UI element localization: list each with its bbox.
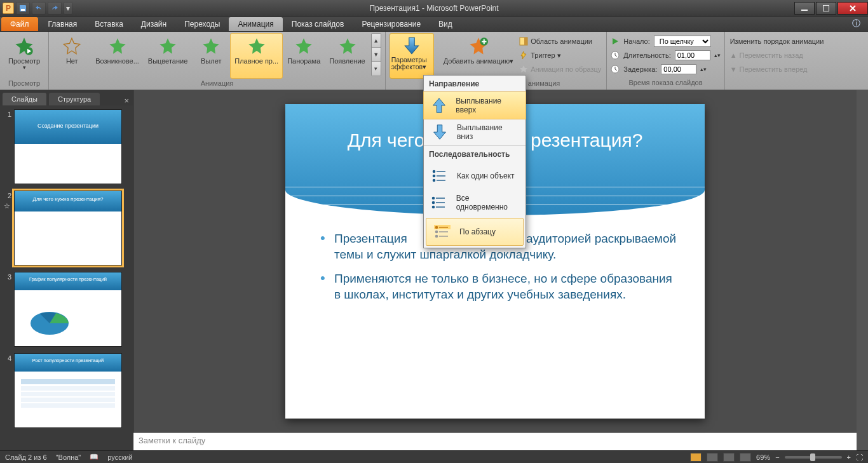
anim-wipe[interactable]: Появление: [325, 33, 369, 79]
anim-split[interactable]: Панорама: [283, 33, 325, 79]
thumbnail-4[interactable]: Рост популярности презентаций: [14, 353, 122, 428]
move-earlier-button[interactable]: ▲ Переместить назад: [729, 49, 804, 62]
duration-input[interactable]: [675, 50, 710, 60]
file-tab[interactable]: Файл: [1, 17, 38, 31]
ribbon-group-animation: Нет Возникнове... Выцветание Вылет Плавн…: [49, 32, 386, 90]
tab-home[interactable]: Главная: [39, 17, 86, 31]
ribbon-tabs: Файл Главная Вставка Дизайн Переходы Ани…: [0, 17, 868, 32]
maximize-button[interactable]: [816, 2, 836, 15]
tab-view[interactable]: Вид: [430, 17, 461, 31]
start-field: Начало: По щелчку: [611, 35, 710, 48]
view-reading[interactable]: [723, 453, 735, 462]
qat-undo-button[interactable]: [32, 2, 46, 15]
thumbnail-1[interactable]: Создание презентации: [14, 109, 122, 184]
zoom-slider[interactable]: [785, 456, 842, 459]
status-spelling-icon[interactable]: 📖: [90, 453, 98, 461]
tab-insert[interactable]: Вставка: [86, 17, 132, 31]
gallery-scroll: ▲ ▼ ▾: [371, 33, 381, 76]
popup-section-direction: Направление: [424, 76, 526, 92]
arrow-down-icon: [429, 123, 451, 142]
option-all-at-once[interactable]: Все одновременно: [424, 189, 526, 216]
minimize-button[interactable]: [794, 2, 815, 15]
help-button[interactable]: ⓘ: [848, 16, 864, 31]
slide-panel: Слайды Структура × 1 Создание презентаци…: [0, 90, 133, 450]
list-icon: [429, 193, 450, 212]
option-float-down[interactable]: Выплывание вниз: [424, 119, 526, 145]
anim-floatin[interactable]: Плавное пр...: [230, 33, 283, 79]
zoom-label: 69%: [756, 453, 770, 461]
qat-customize-button[interactable]: ▾: [64, 2, 72, 15]
lightning-icon: [519, 51, 528, 60]
group-caption: Время показа слайдов: [611, 78, 720, 88]
view-normal[interactable]: [690, 453, 702, 462]
tab-transitions[interactable]: Переходы: [175, 17, 229, 31]
view-slideshow[interactable]: [740, 453, 751, 462]
tab-review[interactable]: Рецензирование: [353, 17, 430, 31]
view-sorter[interactable]: [707, 453, 718, 462]
fit-to-window[interactable]: ⛶: [856, 453, 863, 461]
svg-marker-19: [613, 38, 618, 44]
popup-section-sequence: Последовательность: [424, 145, 526, 163]
panel-close[interactable]: ×: [124, 96, 129, 105]
gallery-more[interactable]: ▾: [372, 62, 381, 76]
svg-marker-17: [521, 51, 526, 59]
anim-appear[interactable]: Возникнове...: [91, 33, 144, 79]
arrow-up-icon: [429, 96, 449, 115]
panel-tab-slides[interactable]: Слайды: [3, 93, 46, 105]
clock-icon: [611, 51, 620, 60]
svg-rect-16: [524, 37, 527, 45]
start-dropdown[interactable]: По щелчку: [654, 36, 711, 47]
animation-pane-button[interactable]: Область анимации: [518, 35, 602, 48]
option-float-up[interactable]: Выплывание вверх: [423, 91, 526, 119]
svg-point-30: [433, 201, 435, 203]
star-plus-icon: [468, 36, 489, 57]
group-caption: Просмотр: [4, 79, 44, 88]
list-icon: [429, 166, 451, 185]
bullet-2: Применяются не только в бизнесе, но и сф…: [320, 271, 679, 302]
panel-tabs: Слайды Структура ×: [0, 90, 133, 105]
window-title: Презентация1 - Microsoft PowerPoint: [75, 4, 793, 13]
panel-tab-outline[interactable]: Структура: [49, 93, 100, 105]
gallery-down[interactable]: ▼: [372, 48, 381, 62]
svg-marker-12: [339, 38, 356, 53]
effect-options-button[interactable]: Параметры эффектов▾: [390, 33, 434, 79]
thumb-row: 4 Рост популярности презентаций: [4, 353, 129, 428]
animation-painter-button[interactable]: Анимация по образцу: [518, 63, 602, 76]
delay-input[interactable]: [661, 64, 696, 74]
app-icon[interactable]: P: [3, 3, 14, 14]
titlebar: P ▾ Презентация1 - Microsoft PowerPoint: [0, 0, 868, 17]
trigger-button[interactable]: Триггер ▾: [518, 49, 602, 62]
gallery-up[interactable]: ▲: [372, 34, 381, 48]
qat-save-button[interactable]: [16, 2, 30, 15]
tab-animation[interactable]: Анимация: [229, 17, 282, 31]
move-later-button[interactable]: ▼ Переместить вперед: [729, 63, 809, 76]
option-as-one[interactable]: Как один объект: [424, 163, 526, 189]
status-language[interactable]: русский: [107, 453, 132, 461]
tab-design[interactable]: Дизайн: [132, 17, 175, 31]
vertical-scrollbar[interactable]: [857, 90, 868, 450]
thumbnail-3[interactable]: График популярности презентаций: [14, 272, 122, 347]
svg-rect-0: [21, 9, 25, 11]
thumbnail-2[interactable]: Для чего нужна презентация?: [14, 191, 122, 265]
thumb-row: 3 График популярности презентаций: [4, 272, 129, 347]
anim-flyin[interactable]: Вылет: [192, 33, 230, 79]
star-play-icon: [14, 36, 34, 57]
effect-options-popup: Направление Выплывание вверх Выплывание …: [423, 75, 526, 248]
qat-redo-button[interactable]: [48, 2, 62, 15]
zoom-in[interactable]: +: [847, 453, 851, 461]
add-animation-button[interactable]: Добавить анимацию▾: [439, 33, 518, 79]
arrow-down-icon: [401, 35, 423, 57]
notes-pane[interactable]: Заметки к слайду: [133, 433, 857, 450]
option-by-paragraph[interactable]: По абзацу: [426, 218, 524, 246]
svg-point-24: [433, 175, 435, 177]
close-button[interactable]: [837, 2, 868, 15]
svg-marker-6: [64, 38, 80, 53]
svg-point-28: [433, 197, 435, 199]
tab-slideshow[interactable]: Показ слайдов: [283, 17, 353, 31]
preview-button[interactable]: Просмотр ▾: [4, 33, 44, 79]
svg-marker-11: [295, 38, 312, 53]
zoom-out[interactable]: −: [775, 453, 779, 461]
anim-fade[interactable]: Выцветание: [144, 33, 192, 79]
anim-none[interactable]: Нет: [53, 33, 91, 79]
svg-rect-2: [823, 5, 829, 11]
